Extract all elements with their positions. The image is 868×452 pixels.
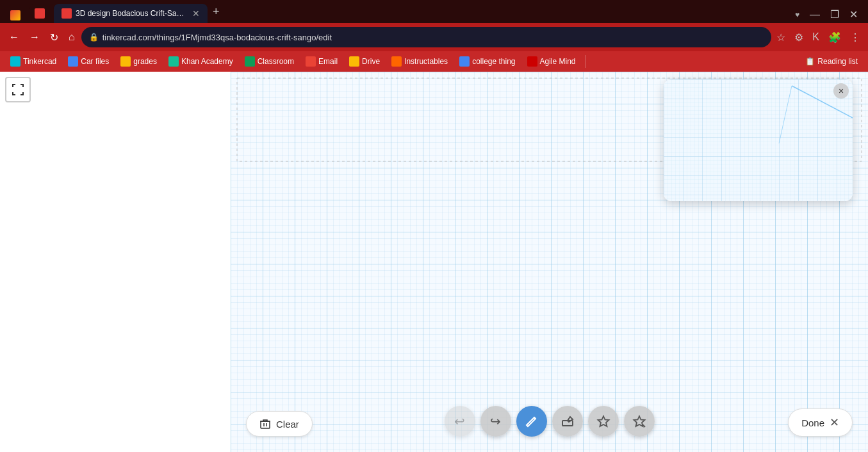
bookmark-collegething-icon: [459, 56, 470, 67]
main-content: ×: [0, 72, 868, 452]
back-button[interactable]: ←: [5, 29, 23, 45]
minimize-button[interactable]: —: [805, 6, 825, 23]
drawing-toolbar: ↩ ↪: [445, 406, 655, 437]
bookmark-agilemind-icon: [527, 56, 537, 67]
reading-list-button[interactable]: 📋 Reading list: [800, 55, 863, 68]
bookmark-drive[interactable]: Drive: [344, 54, 385, 69]
bookmark-agilemind[interactable]: Agile Mind: [522, 54, 581, 69]
browser-frame: 3D design Bodacious Crift-Sang... ✕ + ♥ …: [0, 0, 868, 452]
bookmark-instructables-icon: [391, 56, 402, 67]
done-close-icon: ✕: [830, 416, 839, 430]
tab-close-button[interactable]: ✕: [192, 8, 200, 19]
redo-button[interactable]: ↪: [480, 406, 511, 437]
draw-button[interactable]: [516, 406, 547, 437]
reload-button[interactable]: ↻: [46, 29, 62, 46]
shapes-icon: [596, 414, 610, 428]
left-sidebar: [0, 72, 231, 452]
active-tab[interactable]: 3D design Bodacious Crift-Sang... ✕: [54, 4, 208, 23]
window-controls: ♥ — ❐ ✕: [795, 6, 863, 23]
menu-button[interactable]: ⋮: [848, 30, 863, 45]
canvas-area[interactable]: ×: [231, 72, 868, 452]
close-button[interactable]: ✕: [844, 6, 863, 23]
lock-icon: 🔒: [89, 33, 99, 42]
svg-marker-11: [598, 416, 609, 426]
reading-list-icon: 📋: [805, 57, 815, 66]
bookmarks-divider: [585, 55, 585, 68]
bookmark-email-icon: [306, 56, 316, 67]
profile-button[interactable]: K: [810, 30, 822, 44]
maximize-button[interactable]: ❐: [825, 6, 844, 23]
mini-map: ×: [664, 79, 853, 201]
reading-list-label: Reading list: [817, 57, 858, 66]
done-button[interactable]: Done ✕: [788, 408, 853, 437]
svg-rect-9: [261, 421, 270, 428]
select-shapes-icon: [632, 414, 646, 428]
bookmark-instructables[interactable]: Instructables: [386, 54, 453, 69]
bookmark-star-button[interactable]: ☆: [774, 30, 788, 45]
bookmark-grades[interactable]: grades: [115, 54, 162, 69]
bookmark-carfiles[interactable]: Car files: [63, 54, 114, 69]
clear-label: Clear: [276, 419, 299, 430]
bookmark-khan-label: Khan Academy: [181, 57, 233, 66]
home-button[interactable]: ⌂: [65, 29, 79, 45]
mini-map-canvas: [664, 79, 853, 201]
puzzle-button[interactable]: 🧩: [826, 30, 844, 45]
trash-icon: [259, 418, 271, 430]
eraser-button[interactable]: [552, 406, 583, 437]
done-label: Done: [801, 417, 824, 428]
svg-rect-6: [664, 79, 853, 201]
bookmark-classroom-icon: [245, 56, 255, 67]
forward-button[interactable]: →: [26, 29, 44, 45]
tab-bar: 3D design Bodacious Crift-Sang... ✕ + ♥ …: [0, 0, 868, 23]
address-input[interactable]: 🔒 tinkercad.com/things/1FMjmd33qsa-bodac…: [81, 27, 772, 47]
bookmark-collegething-label: college thing: [472, 57, 515, 66]
select-shapes-button[interactable]: [624, 406, 655, 437]
undo-icon: ↩: [454, 414, 465, 429]
bookmark-khan-icon: [168, 56, 179, 67]
clear-button[interactable]: Clear: [246, 411, 313, 437]
bookmark-carfiles-label: Car files: [81, 57, 109, 66]
tab-favicon: [61, 8, 72, 19]
bookmark-classroom[interactable]: Classroom: [240, 54, 299, 69]
bookmark-tinkercad-label: Tinkercad: [23, 57, 56, 66]
bookmark-tinkercad[interactable]: Tinkercad: [5, 54, 61, 69]
mini-map-close-button[interactable]: ×: [833, 83, 849, 99]
new-tab-button[interactable]: +: [208, 3, 225, 21]
bookmark-grades-icon: [120, 56, 131, 67]
bookmark-classroom-label: Classroom: [258, 57, 294, 66]
bookmarks-bar: Tinkercad Car files grades Khan Academy …: [0, 51, 868, 72]
fullscreen-button[interactable]: [5, 77, 31, 102]
undo-button[interactable]: ↩: [445, 406, 475, 437]
address-right-controls: ☆ ⚙ K 🧩 ⋮: [774, 30, 863, 45]
eraser-icon: [561, 414, 575, 428]
bookmark-drive-label: Drive: [362, 57, 380, 66]
bookmark-carfiles-icon: [68, 56, 78, 67]
redo-icon: ↪: [490, 414, 501, 429]
bookmark-tinkercad-icon: [10, 56, 20, 67]
bookmark-grades-label: grades: [133, 57, 157, 66]
bookmark-email-label: Email: [318, 57, 338, 66]
shapes-button[interactable]: [588, 406, 619, 437]
bookmark-collegething[interactable]: college thing: [454, 54, 520, 69]
url-text: tinkercad.com/things/1FMjmd33qsa-bodacio…: [102, 33, 764, 42]
bookmark-instructables-label: Instructables: [404, 57, 448, 66]
bookmark-drive-icon: [349, 56, 359, 67]
extensions-button[interactable]: ⚙: [792, 30, 806, 45]
bookmark-email[interactable]: Email: [300, 54, 343, 69]
bookmark-agilemind-label: Agile Mind: [540, 57, 576, 66]
tab-title: 3D design Bodacious Crift-Sang...: [76, 9, 188, 18]
draw-icon: [525, 414, 539, 428]
bookmark-khan[interactable]: Khan Academy: [163, 54, 238, 69]
address-bar: ← → ↻ ⌂ 🔒 tinkercad.com/things/1FMjmd33q…: [0, 23, 868, 51]
